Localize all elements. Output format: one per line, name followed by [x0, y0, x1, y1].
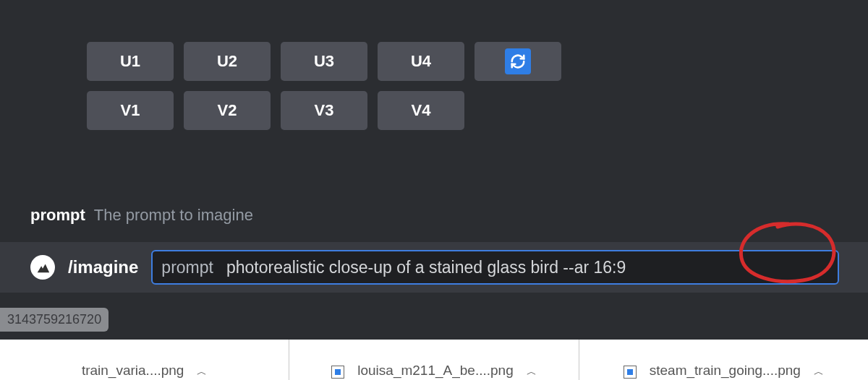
bot-avatar — [30, 255, 55, 280]
command-param-hint: prompt The prompt to imagine — [30, 206, 253, 225]
variation-3-button[interactable]: V3 — [281, 91, 367, 130]
param-name-label: prompt — [30, 206, 85, 225]
variation-row: V1 V2 V3 V4 — [87, 91, 868, 130]
action-button-grid: U1 U2 U3 U4 V1 V2 V3 V4 — [87, 42, 868, 130]
chevron-up-icon: ︿ — [527, 366, 537, 379]
chevron-up-icon: ︿ — [814, 366, 824, 379]
variation-4-button[interactable]: V4 — [378, 91, 464, 130]
upscale-3-button[interactable]: U3 — [281, 42, 367, 81]
message-area: U1 U2 U3 U4 V1 V2 V3 V4 — [0, 0, 868, 130]
file-name-label: train_varia....png — [82, 363, 184, 379]
variation-2-button[interactable]: V2 — [184, 91, 271, 130]
file-item[interactable]: steam_train_going....png ︿ — [579, 340, 868, 380]
reroll-button[interactable] — [475, 42, 561, 81]
file-item[interactable]: louisa_m211_A_be....png ︿ — [289, 340, 579, 380]
upscale-1-button[interactable]: U1 — [87, 42, 174, 81]
file-browser-area: train_varia....png ︿ louisa_m211_A_be...… — [0, 340, 868, 380]
thread-id-tab[interactable]: 3143759216720 — [0, 308, 109, 332]
file-name-label: louisa_m211_A_be....png — [357, 363, 514, 379]
upscale-row: U1 U2 U3 U4 — [87, 42, 868, 81]
message-input-bar: /imagine prompt photorealistic close-up … — [0, 242, 868, 293]
upscale-4-button[interactable]: U4 — [378, 42, 464, 81]
prompt-input-value: photorealistic close-up of a stained gla… — [226, 258, 626, 277]
image-file-icon — [624, 366, 637, 379]
chevron-up-icon: ︿ — [197, 366, 207, 379]
file-name-label: steam_train_going....png — [650, 363, 801, 379]
upscale-2-button[interactable]: U2 — [184, 42, 271, 81]
file-item[interactable]: train_varia....png ︿ — [0, 340, 289, 380]
image-file-icon — [331, 366, 344, 379]
refresh-icon — [505, 48, 531, 74]
slash-command: /imagine — [68, 257, 138, 277]
variation-1-button[interactable]: V1 — [87, 91, 174, 130]
param-description: The prompt to imagine — [94, 206, 253, 225]
prompt-param-label: prompt — [161, 258, 213, 277]
prompt-input-box[interactable]: prompt photorealistic close-up of a stai… — [151, 250, 839, 285]
